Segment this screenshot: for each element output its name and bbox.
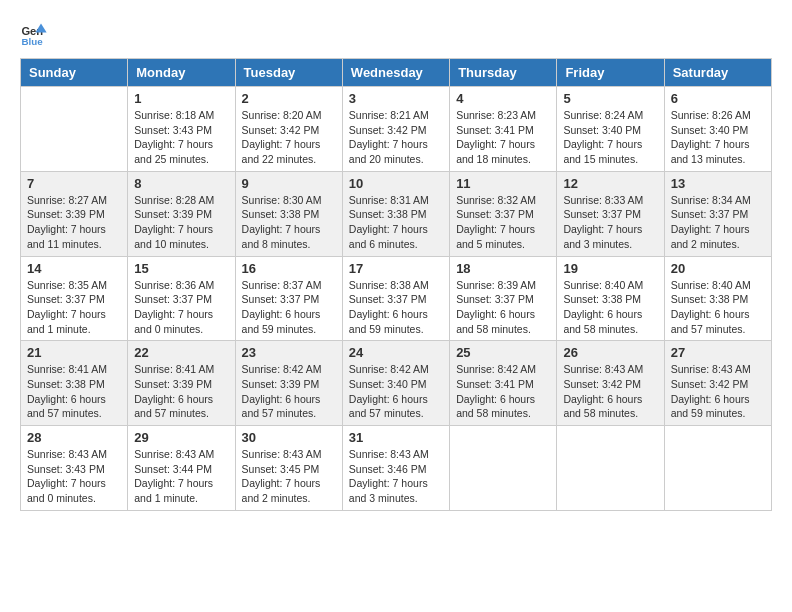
day-number: 12 <box>563 176 657 191</box>
weekday-header-saturday: Saturday <box>664 59 771 87</box>
day-info: Sunrise: 8:30 AMSunset: 3:38 PMDaylight:… <box>242 193 336 252</box>
calendar-cell: 4Sunrise: 8:23 AMSunset: 3:41 PMDaylight… <box>450 87 557 172</box>
day-number: 17 <box>349 261 443 276</box>
calendar-cell: 27Sunrise: 8:43 AMSunset: 3:42 PMDayligh… <box>664 341 771 426</box>
calendar-cell: 17Sunrise: 8:38 AMSunset: 3:37 PMDayligh… <box>342 256 449 341</box>
calendar-cell: 31Sunrise: 8:43 AMSunset: 3:46 PMDayligh… <box>342 426 449 511</box>
calendar-cell: 8Sunrise: 8:28 AMSunset: 3:39 PMDaylight… <box>128 171 235 256</box>
weekday-header-tuesday: Tuesday <box>235 59 342 87</box>
day-number: 27 <box>671 345 765 360</box>
calendar-cell: 15Sunrise: 8:36 AMSunset: 3:37 PMDayligh… <box>128 256 235 341</box>
calendar-cell: 12Sunrise: 8:33 AMSunset: 3:37 PMDayligh… <box>557 171 664 256</box>
day-info: Sunrise: 8:26 AMSunset: 3:40 PMDaylight:… <box>671 108 765 167</box>
calendar-cell: 19Sunrise: 8:40 AMSunset: 3:38 PMDayligh… <box>557 256 664 341</box>
calendar-cell: 30Sunrise: 8:43 AMSunset: 3:45 PMDayligh… <box>235 426 342 511</box>
calendar-cell <box>450 426 557 511</box>
calendar-cell: 18Sunrise: 8:39 AMSunset: 3:37 PMDayligh… <box>450 256 557 341</box>
day-number: 19 <box>563 261 657 276</box>
calendar-cell: 29Sunrise: 8:43 AMSunset: 3:44 PMDayligh… <box>128 426 235 511</box>
day-number: 14 <box>27 261 121 276</box>
day-info: Sunrise: 8:41 AMSunset: 3:39 PMDaylight:… <box>134 362 228 421</box>
day-info: Sunrise: 8:43 AMSunset: 3:45 PMDaylight:… <box>242 447 336 506</box>
weekday-header-thursday: Thursday <box>450 59 557 87</box>
calendar-cell: 26Sunrise: 8:43 AMSunset: 3:42 PMDayligh… <box>557 341 664 426</box>
calendar-cell: 1Sunrise: 8:18 AMSunset: 3:43 PMDaylight… <box>128 87 235 172</box>
calendar-cell <box>557 426 664 511</box>
day-info: Sunrise: 8:33 AMSunset: 3:37 PMDaylight:… <box>563 193 657 252</box>
day-number: 21 <box>27 345 121 360</box>
day-info: Sunrise: 8:37 AMSunset: 3:37 PMDaylight:… <box>242 278 336 337</box>
page-header: Gen Blue <box>20 20 772 48</box>
day-number: 1 <box>134 91 228 106</box>
calendar-cell: 16Sunrise: 8:37 AMSunset: 3:37 PMDayligh… <box>235 256 342 341</box>
day-number: 29 <box>134 430 228 445</box>
logo-icon: Gen Blue <box>20 20 48 48</box>
day-number: 31 <box>349 430 443 445</box>
calendar-cell: 6Sunrise: 8:26 AMSunset: 3:40 PMDaylight… <box>664 87 771 172</box>
calendar-cell: 5Sunrise: 8:24 AMSunset: 3:40 PMDaylight… <box>557 87 664 172</box>
calendar-cell: 3Sunrise: 8:21 AMSunset: 3:42 PMDaylight… <box>342 87 449 172</box>
day-number: 16 <box>242 261 336 276</box>
weekday-header-monday: Monday <box>128 59 235 87</box>
day-info: Sunrise: 8:35 AMSunset: 3:37 PMDaylight:… <box>27 278 121 337</box>
day-info: Sunrise: 8:42 AMSunset: 3:40 PMDaylight:… <box>349 362 443 421</box>
day-info: Sunrise: 8:20 AMSunset: 3:42 PMDaylight:… <box>242 108 336 167</box>
day-info: Sunrise: 8:43 AMSunset: 3:43 PMDaylight:… <box>27 447 121 506</box>
calendar-cell: 28Sunrise: 8:43 AMSunset: 3:43 PMDayligh… <box>21 426 128 511</box>
day-info: Sunrise: 8:43 AMSunset: 3:42 PMDaylight:… <box>563 362 657 421</box>
day-info: Sunrise: 8:39 AMSunset: 3:37 PMDaylight:… <box>456 278 550 337</box>
day-number: 22 <box>134 345 228 360</box>
day-info: Sunrise: 8:34 AMSunset: 3:37 PMDaylight:… <box>671 193 765 252</box>
day-number: 24 <box>349 345 443 360</box>
day-info: Sunrise: 8:31 AMSunset: 3:38 PMDaylight:… <box>349 193 443 252</box>
day-number: 10 <box>349 176 443 191</box>
day-number: 3 <box>349 91 443 106</box>
day-number: 7 <box>27 176 121 191</box>
calendar-table: SundayMondayTuesdayWednesdayThursdayFrid… <box>20 58 772 511</box>
weekday-header-sunday: Sunday <box>21 59 128 87</box>
day-number: 8 <box>134 176 228 191</box>
calendar-cell: 11Sunrise: 8:32 AMSunset: 3:37 PMDayligh… <box>450 171 557 256</box>
day-number: 26 <box>563 345 657 360</box>
day-number: 23 <box>242 345 336 360</box>
weekday-header-wednesday: Wednesday <box>342 59 449 87</box>
calendar-cell <box>664 426 771 511</box>
day-info: Sunrise: 8:40 AMSunset: 3:38 PMDaylight:… <box>563 278 657 337</box>
calendar-week-row: 14Sunrise: 8:35 AMSunset: 3:37 PMDayligh… <box>21 256 772 341</box>
day-info: Sunrise: 8:40 AMSunset: 3:38 PMDaylight:… <box>671 278 765 337</box>
calendar-cell: 21Sunrise: 8:41 AMSunset: 3:38 PMDayligh… <box>21 341 128 426</box>
calendar-cell: 10Sunrise: 8:31 AMSunset: 3:38 PMDayligh… <box>342 171 449 256</box>
calendar-cell: 14Sunrise: 8:35 AMSunset: 3:37 PMDayligh… <box>21 256 128 341</box>
day-info: Sunrise: 8:43 AMSunset: 3:42 PMDaylight:… <box>671 362 765 421</box>
day-info: Sunrise: 8:42 AMSunset: 3:39 PMDaylight:… <box>242 362 336 421</box>
day-info: Sunrise: 8:42 AMSunset: 3:41 PMDaylight:… <box>456 362 550 421</box>
day-info: Sunrise: 8:38 AMSunset: 3:37 PMDaylight:… <box>349 278 443 337</box>
calendar-cell <box>21 87 128 172</box>
day-info: Sunrise: 8:18 AMSunset: 3:43 PMDaylight:… <box>134 108 228 167</box>
day-number: 4 <box>456 91 550 106</box>
calendar-cell: 7Sunrise: 8:27 AMSunset: 3:39 PMDaylight… <box>21 171 128 256</box>
calendar-cell: 23Sunrise: 8:42 AMSunset: 3:39 PMDayligh… <box>235 341 342 426</box>
calendar-week-row: 28Sunrise: 8:43 AMSunset: 3:43 PMDayligh… <box>21 426 772 511</box>
svg-text:Blue: Blue <box>21 36 43 47</box>
calendar-cell: 22Sunrise: 8:41 AMSunset: 3:39 PMDayligh… <box>128 341 235 426</box>
calendar-cell: 13Sunrise: 8:34 AMSunset: 3:37 PMDayligh… <box>664 171 771 256</box>
day-info: Sunrise: 8:27 AMSunset: 3:39 PMDaylight:… <box>27 193 121 252</box>
day-info: Sunrise: 8:43 AMSunset: 3:46 PMDaylight:… <box>349 447 443 506</box>
calendar-week-row: 1Sunrise: 8:18 AMSunset: 3:43 PMDaylight… <box>21 87 772 172</box>
calendar-week-row: 21Sunrise: 8:41 AMSunset: 3:38 PMDayligh… <box>21 341 772 426</box>
day-info: Sunrise: 8:41 AMSunset: 3:38 PMDaylight:… <box>27 362 121 421</box>
day-number: 18 <box>456 261 550 276</box>
day-info: Sunrise: 8:23 AMSunset: 3:41 PMDaylight:… <box>456 108 550 167</box>
day-number: 9 <box>242 176 336 191</box>
day-info: Sunrise: 8:21 AMSunset: 3:42 PMDaylight:… <box>349 108 443 167</box>
day-info: Sunrise: 8:32 AMSunset: 3:37 PMDaylight:… <box>456 193 550 252</box>
calendar-cell: 2Sunrise: 8:20 AMSunset: 3:42 PMDaylight… <box>235 87 342 172</box>
day-number: 6 <box>671 91 765 106</box>
calendar-cell: 25Sunrise: 8:42 AMSunset: 3:41 PMDayligh… <box>450 341 557 426</box>
weekday-header-row: SundayMondayTuesdayWednesdayThursdayFrid… <box>21 59 772 87</box>
logo: Gen Blue <box>20 20 48 48</box>
day-number: 13 <box>671 176 765 191</box>
calendar-cell: 20Sunrise: 8:40 AMSunset: 3:38 PMDayligh… <box>664 256 771 341</box>
day-number: 15 <box>134 261 228 276</box>
